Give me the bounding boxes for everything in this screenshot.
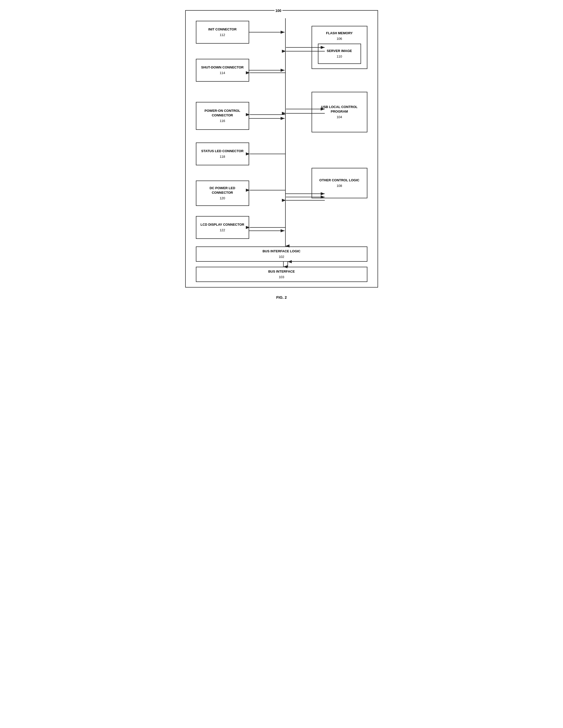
status-led-label: STATUS LED CONNECTOR (201, 149, 243, 153)
flash-memory-label: FLASH MEMORY (326, 31, 353, 35)
usb-local-number: 104 (337, 115, 342, 119)
center-vertical-line (285, 18, 286, 246)
shutdown-connector-label: SHUT-DOWN CONNECTOR (201, 65, 243, 70)
bus-interface-number: 103 (279, 275, 285, 279)
bus-interface-logic-label: BUS INTERFACE LOGIC (262, 249, 301, 254)
init-connector-label: INIT CONNECTOR (208, 27, 237, 32)
init-connector-number: 112 (220, 33, 225, 37)
bus-interface-logic-number: 102 (279, 255, 285, 259)
flash-memory-number: 106 (337, 37, 342, 41)
dcpower-led-box: DC POWER LED CONNECTOR 120 (196, 181, 249, 206)
bus-interface-logic-box: BUS INTERFACE LOGIC 102 (196, 246, 367, 262)
usb-local-label: USB LOCAL CONTROL PROGRAM (315, 105, 364, 114)
poweron-connector-number: 116 (220, 119, 225, 123)
other-control-number: 108 (337, 184, 342, 188)
usb-local-box: USB LOCAL CONTROL PROGRAM 104 (312, 92, 367, 132)
shutdown-connector-number: 114 (220, 71, 225, 75)
flash-memory-box: FLASH MEMORY 106 SERVER IMAGE 110 (312, 26, 367, 69)
other-control-label: OTHER CONTROL LOGIC (320, 178, 360, 183)
shutdown-connector-box: SHUT-DOWN CONNECTOR 114 (196, 59, 249, 82)
fig-caption: FIG. 2 (276, 295, 287, 299)
server-image-number: 110 (337, 54, 342, 59)
server-image-box: SERVER IMAGE 110 (318, 44, 361, 64)
init-connector-box: INIT CONNECTOR 112 (196, 21, 249, 44)
poweron-connector-label: POWER-ON CONTROL CONNECTOR (199, 109, 246, 118)
diagram-container: 100 INIT CONNECTOR 112 SHUT-DOWN CONNECT… (185, 10, 378, 288)
bus-interface-box: BUS INTERFACE 103 (196, 267, 367, 282)
poweron-connector-box: POWER-ON CONTROL CONNECTOR 116 (196, 102, 249, 130)
server-image-label: SERVER IMAGE (327, 49, 352, 53)
label-100: 100 (274, 9, 283, 13)
lcd-display-number: 122 (220, 228, 225, 233)
dcpower-led-label: DC POWER LED CONNECTOR (199, 186, 246, 195)
lcd-display-label: LCD DISPLAY CONNECTOR (200, 222, 244, 227)
dcpower-led-number: 120 (220, 196, 225, 201)
lcd-display-box: LCD DISPLAY CONNECTOR 122 (196, 216, 249, 239)
status-led-number: 118 (220, 154, 225, 159)
bus-interface-label: BUS INTERFACE (268, 269, 295, 274)
other-control-box: OTHER CONTROL LOGIC 108 (312, 168, 367, 198)
status-led-box: STATUS LED CONNECTOR 118 (196, 143, 249, 165)
diagram-inner: INIT CONNECTOR 112 SHUT-DOWN CONNECTOR 1… (193, 18, 370, 277)
